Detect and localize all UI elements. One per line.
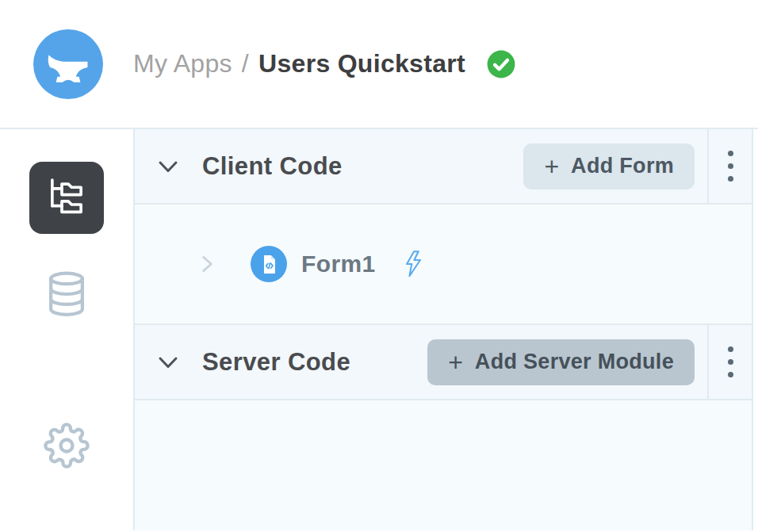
breadcrumb-separator: / <box>242 49 249 78</box>
plus-icon: + <box>544 154 559 179</box>
anvil-logo[interactable] <box>33 29 103 99</box>
chevron-down-icon[interactable] <box>155 154 181 179</box>
kebab-dot <box>728 176 733 182</box>
chevron-down-icon[interactable] <box>155 350 181 375</box>
client-code-section-header: Client Code + Add Form <box>135 129 752 205</box>
sidebar-nav <box>0 129 135 530</box>
server-code-menu-button[interactable] <box>709 325 752 399</box>
check-badge-icon <box>486 49 516 79</box>
server-code-header-main[interactable]: Server Code + Add Server Module <box>135 325 707 399</box>
top-header: My Apps / Users Quickstart <box>0 0 758 129</box>
gear-icon <box>42 421 91 470</box>
server-code-title: Server Code <box>202 348 350 377</box>
sidebar-item-data-tables[interactable] <box>29 258 104 330</box>
kebab-dot <box>728 346 733 352</box>
add-form-button[interactable]: + Add Form <box>523 144 695 189</box>
add-server-module-button[interactable]: + Add Server Module <box>427 339 695 385</box>
server-code-section-header: Server Code + Add Server Module <box>135 325 752 400</box>
kebab-dot <box>728 372 733 377</box>
breadcrumb: My Apps / Users Quickstart <box>133 49 465 78</box>
form1-tree-item[interactable]: Form1 <box>135 246 424 282</box>
kebab-dot <box>728 163 733 169</box>
kebab-dot <box>728 151 733 156</box>
app-files-panel: Client Code + Add Form <box>135 129 752 530</box>
sidebar-item-app-files[interactable] <box>29 162 104 234</box>
anvil-icon <box>45 41 91 87</box>
client-code-title: Client Code <box>202 152 343 181</box>
breadcrumb-app-name[interactable]: Users Quickstart <box>258 49 465 78</box>
client-code-content: Form1 <box>135 205 752 325</box>
panel-right-edge <box>752 129 758 530</box>
database-icon <box>42 270 91 319</box>
server-code-content <box>135 400 752 530</box>
anvil-editor-window: My Apps / Users Quickstart <box>0 0 758 532</box>
editor-body: Client Code + Add Form <box>0 129 758 530</box>
chevron-right-icon[interactable] <box>197 253 217 275</box>
kebab-dot <box>728 359 733 365</box>
plus-icon: + <box>448 350 463 375</box>
form1-label[interactable]: Form1 <box>301 251 376 277</box>
lightning-icon[interactable] <box>403 250 424 278</box>
client-code-header-main[interactable]: Client Code + Add Form <box>135 129 707 203</box>
breadcrumb-my-apps[interactable]: My Apps <box>133 49 232 78</box>
sidebar-item-settings[interactable] <box>29 409 104 481</box>
folder-tree-icon <box>42 174 91 223</box>
form-file-icon <box>251 246 287 282</box>
client-code-menu-button[interactable] <box>709 129 752 203</box>
